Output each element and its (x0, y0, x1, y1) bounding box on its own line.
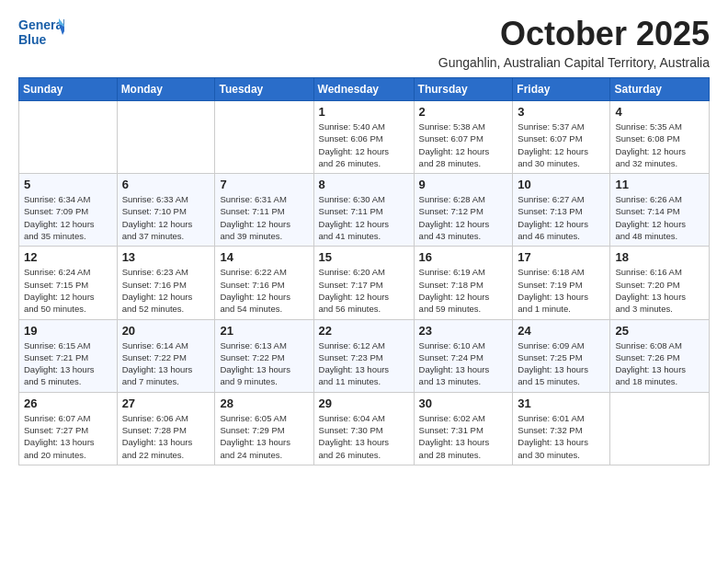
day-info: Sunrise: 6:16 AM Sunset: 7:20 PM Dayligh… (615, 266, 704, 315)
day-number: 1 (319, 105, 409, 119)
calendar-cell: 30Sunrise: 6:02 AM Sunset: 7:31 PM Dayli… (414, 392, 513, 465)
day-info: Sunrise: 6:02 AM Sunset: 7:31 PM Dayligh… (419, 412, 508, 461)
weekday-header-wednesday: Wednesday (313, 78, 414, 101)
day-info: Sunrise: 6:05 AM Sunset: 7:29 PM Dayligh… (220, 412, 308, 461)
week-row-4: 19Sunrise: 6:15 AM Sunset: 7:21 PM Dayli… (19, 319, 710, 392)
day-info: Sunrise: 6:18 AM Sunset: 7:19 PM Dayligh… (518, 266, 605, 315)
calendar-cell: 31Sunrise: 6:01 AM Sunset: 7:32 PM Dayli… (513, 392, 610, 465)
day-info: Sunrise: 6:08 AM Sunset: 7:26 PM Dayligh… (615, 339, 704, 388)
day-info: Sunrise: 6:10 AM Sunset: 7:24 PM Dayligh… (419, 339, 508, 388)
calendar-cell (610, 392, 710, 465)
calendar-cell: 7Sunrise: 6:31 AM Sunset: 7:11 PM Daylig… (215, 174, 313, 247)
day-info: Sunrise: 6:22 AM Sunset: 7:16 PM Dayligh… (220, 266, 308, 315)
calendar-cell: 15Sunrise: 6:20 AM Sunset: 7:17 PM Dayli… (313, 247, 414, 319)
day-info: Sunrise: 6:06 AM Sunset: 7:28 PM Dayligh… (122, 412, 210, 461)
day-number: 23 (419, 324, 508, 338)
page: General Blue October 2025 Gungahlin, Aus… (0, 0, 728, 480)
day-info: Sunrise: 6:12 AM Sunset: 7:23 PM Dayligh… (319, 339, 409, 388)
weekday-header-thursday: Thursday (414, 78, 513, 101)
calendar-cell: 16Sunrise: 6:19 AM Sunset: 7:18 PM Dayli… (414, 247, 513, 319)
calendar-cell: 20Sunrise: 6:14 AM Sunset: 7:22 PM Dayli… (117, 319, 215, 392)
day-info: Sunrise: 6:13 AM Sunset: 7:22 PM Dayligh… (220, 339, 308, 388)
weekday-header-saturday: Saturday (610, 78, 710, 101)
calendar-cell: 10Sunrise: 6:27 AM Sunset: 7:13 PM Dayli… (513, 174, 610, 247)
day-number: 20 (122, 324, 210, 338)
day-number: 16 (419, 250, 508, 264)
calendar-cell: 25Sunrise: 6:08 AM Sunset: 7:26 PM Dayli… (610, 319, 710, 392)
calendar-cell: 6Sunrise: 6:33 AM Sunset: 7:10 PM Daylig… (117, 174, 215, 247)
day-number: 3 (518, 105, 605, 119)
calendar-cell: 13Sunrise: 6:23 AM Sunset: 7:16 PM Dayli… (117, 247, 215, 319)
calendar-cell: 11Sunrise: 6:26 AM Sunset: 7:14 PM Dayli… (610, 174, 710, 247)
logo: General Blue (18, 15, 64, 53)
day-number: 17 (518, 250, 605, 264)
calendar-cell: 18Sunrise: 6:16 AM Sunset: 7:20 PM Dayli… (610, 247, 710, 319)
day-number: 14 (220, 250, 308, 264)
day-info: Sunrise: 5:40 AM Sunset: 6:06 PM Dayligh… (319, 121, 409, 169)
calendar-cell: 8Sunrise: 6:30 AM Sunset: 7:11 PM Daylig… (313, 174, 414, 247)
day-info: Sunrise: 6:15 AM Sunset: 7:21 PM Dayligh… (24, 339, 112, 388)
calendar-cell: 12Sunrise: 6:24 AM Sunset: 7:15 PM Dayli… (19, 247, 118, 319)
day-info: Sunrise: 6:28 AM Sunset: 7:12 PM Dayligh… (419, 193, 508, 242)
day-number: 13 (122, 250, 210, 264)
calendar-cell: 22Sunrise: 6:12 AM Sunset: 7:23 PM Dayli… (313, 319, 414, 392)
day-number: 10 (518, 178, 605, 191)
day-info: Sunrise: 5:37 AM Sunset: 6:07 PM Dayligh… (518, 121, 605, 169)
day-number: 22 (319, 324, 409, 338)
day-number: 5 (24, 178, 112, 191)
calendar-cell: 29Sunrise: 6:04 AM Sunset: 7:30 PM Dayli… (313, 392, 414, 465)
day-number: 4 (615, 105, 704, 119)
day-info: Sunrise: 6:24 AM Sunset: 7:15 PM Dayligh… (24, 266, 112, 315)
week-row-1: 1Sunrise: 5:40 AM Sunset: 6:06 PM Daylig… (19, 101, 710, 174)
day-number: 19 (24, 324, 112, 338)
day-number: 28 (220, 396, 308, 410)
day-info: Sunrise: 6:30 AM Sunset: 7:11 PM Dayligh… (319, 193, 409, 242)
svg-text:Blue: Blue (18, 32, 47, 47)
subtitle: Gungahlin, Australian Capital Territory,… (438, 55, 710, 70)
day-info: Sunrise: 6:26 AM Sunset: 7:14 PM Dayligh… (615, 193, 704, 242)
day-number: 30 (419, 396, 508, 410)
day-info: Sunrise: 6:34 AM Sunset: 7:09 PM Dayligh… (24, 193, 112, 242)
day-number: 31 (518, 396, 605, 410)
logo-svg: General Blue (18, 15, 64, 53)
day-info: Sunrise: 6:19 AM Sunset: 7:18 PM Dayligh… (419, 266, 508, 315)
day-number: 15 (319, 250, 409, 264)
day-info: Sunrise: 6:09 AM Sunset: 7:25 PM Dayligh… (518, 339, 605, 388)
day-number: 26 (24, 396, 112, 410)
calendar-cell: 14Sunrise: 6:22 AM Sunset: 7:16 PM Dayli… (215, 247, 313, 319)
calendar-table: SundayMondayTuesdayWednesdayThursdayFrid… (18, 77, 710, 465)
calendar-cell: 21Sunrise: 6:13 AM Sunset: 7:22 PM Dayli… (215, 319, 313, 392)
day-number: 12 (24, 250, 112, 264)
day-number: 9 (419, 178, 508, 191)
calendar-cell (117, 101, 215, 174)
calendar-cell: 1Sunrise: 5:40 AM Sunset: 6:06 PM Daylig… (313, 101, 414, 174)
day-number: 21 (220, 324, 308, 338)
day-info: Sunrise: 6:07 AM Sunset: 7:27 PM Dayligh… (24, 412, 112, 461)
day-number: 11 (615, 178, 704, 191)
calendar-cell: 9Sunrise: 6:28 AM Sunset: 7:12 PM Daylig… (414, 174, 513, 247)
day-info: Sunrise: 5:35 AM Sunset: 6:08 PM Dayligh… (615, 121, 704, 169)
day-info: Sunrise: 6:20 AM Sunset: 7:17 PM Dayligh… (319, 266, 409, 315)
week-row-2: 5Sunrise: 6:34 AM Sunset: 7:09 PM Daylig… (19, 174, 710, 247)
calendar-cell: 23Sunrise: 6:10 AM Sunset: 7:24 PM Dayli… (414, 319, 513, 392)
calendar-cell: 2Sunrise: 5:38 AM Sunset: 6:07 PM Daylig… (414, 101, 513, 174)
calendar-cell: 26Sunrise: 6:07 AM Sunset: 7:27 PM Dayli… (19, 392, 118, 465)
calendar-cell (19, 101, 118, 174)
month-title: October 2025 (438, 15, 710, 53)
day-number: 29 (319, 396, 409, 410)
calendar-cell: 27Sunrise: 6:06 AM Sunset: 7:28 PM Dayli… (117, 392, 215, 465)
day-info: Sunrise: 6:14 AM Sunset: 7:22 PM Dayligh… (122, 339, 210, 388)
weekday-header-tuesday: Tuesday (215, 78, 313, 101)
calendar-cell: 5Sunrise: 6:34 AM Sunset: 7:09 PM Daylig… (19, 174, 118, 247)
weekday-header-sunday: Sunday (19, 78, 118, 101)
calendar-cell: 3Sunrise: 5:37 AM Sunset: 6:07 PM Daylig… (513, 101, 610, 174)
calendar-cell: 17Sunrise: 6:18 AM Sunset: 7:19 PM Dayli… (513, 247, 610, 319)
weekday-header-monday: Monday (117, 78, 215, 101)
day-info: Sunrise: 6:04 AM Sunset: 7:30 PM Dayligh… (319, 412, 409, 461)
day-number: 6 (122, 178, 210, 191)
calendar-cell: 4Sunrise: 5:35 AM Sunset: 6:08 PM Daylig… (610, 101, 710, 174)
week-row-5: 26Sunrise: 6:07 AM Sunset: 7:27 PM Dayli… (19, 392, 710, 465)
day-number: 25 (615, 324, 704, 338)
day-info: Sunrise: 5:38 AM Sunset: 6:07 PM Dayligh… (419, 121, 508, 169)
day-info: Sunrise: 6:27 AM Sunset: 7:13 PM Dayligh… (518, 193, 605, 242)
